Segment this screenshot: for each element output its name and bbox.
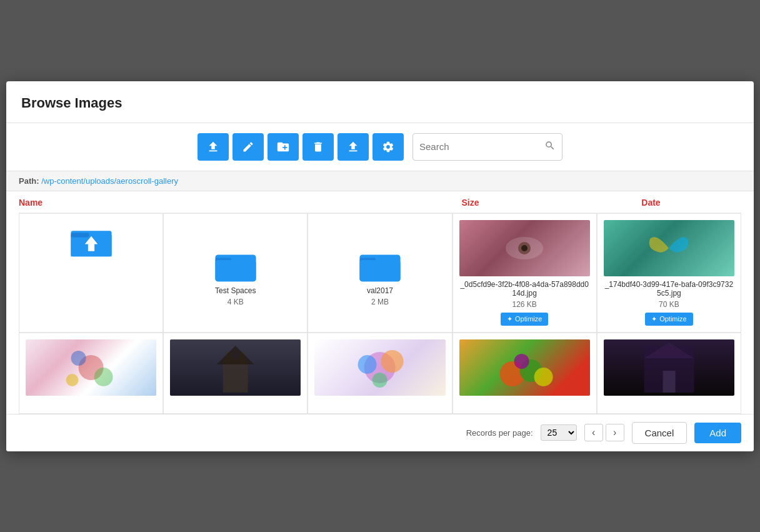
search-box xyxy=(412,133,562,161)
col-date: Date xyxy=(561,198,741,208)
item-name-test-spaces: Test Spaces xyxy=(215,286,256,295)
content-area: Name Size Date xyxy=(6,191,754,414)
cancel-button[interactable]: Cancel xyxy=(632,422,688,444)
svg-point-23 xyxy=(372,373,388,388)
svg-rect-5 xyxy=(215,260,256,281)
paint-splash-thumb xyxy=(26,339,156,396)
grid-item-upload-folder[interactable] xyxy=(19,213,163,333)
upload-folder-icon xyxy=(69,220,113,258)
optimize-btn-eye[interactable]: ✦ Optimize xyxy=(501,313,548,326)
upload-image-button[interactable] xyxy=(338,133,369,161)
table-header: Name Size Date xyxy=(19,191,741,213)
dialog-footer: Records per page: 25 50 100 ‹ › Cancel A… xyxy=(6,414,754,451)
search-input[interactable] xyxy=(419,141,544,152)
path-value[interactable]: /wp-content/uploads/aeroscroll-gallery xyxy=(41,176,178,186)
col-size: Size xyxy=(380,198,561,208)
delete-button[interactable] xyxy=(302,133,334,161)
edit-button[interactable] xyxy=(232,133,264,161)
grid-item-test-spaces[interactable]: Test Spaces 4 KB xyxy=(163,213,308,333)
svg-marker-19 xyxy=(217,346,254,364)
image-grid: Test Spaces 4 KB val2017 2 MB xyxy=(19,213,741,414)
optimize-icon-2: ✦ xyxy=(651,315,657,323)
svg-point-27 xyxy=(514,354,529,369)
svg-rect-1 xyxy=(71,233,89,237)
eye-image-thumb xyxy=(459,220,590,276)
svg-point-14 xyxy=(94,368,113,386)
grid-scroll[interactable]: Test Spaces 4 KB val2017 2 MB xyxy=(19,213,741,414)
item-name-eye: _0d5cfd9e-3f2b-4f08-a4da-57a898dd014d.jp… xyxy=(459,280,590,298)
item-size-butterfly: 70 KB xyxy=(659,300,679,309)
svg-point-13 xyxy=(71,351,86,366)
item-size-val2017: 2 MB xyxy=(371,298,389,306)
grid-item-fruits[interactable] xyxy=(452,333,597,414)
optimize-btn-butterfly[interactable]: ✦ Optimize xyxy=(645,313,692,326)
optimize-label-eye: Optimize xyxy=(515,315,542,323)
new-folder-button[interactable] xyxy=(268,133,299,161)
next-page-button[interactable]: › xyxy=(606,424,624,441)
records-per-page-label: Records per page: xyxy=(466,428,533,438)
svg-point-21 xyxy=(358,355,377,374)
item-name-val2017: val2017 xyxy=(367,286,393,295)
svg-point-11 xyxy=(521,245,528,251)
path-label: Path: xyxy=(19,176,39,186)
castle-thumb xyxy=(170,339,301,396)
item-name-butterfly: _174bdf40-3d99-417e-bafa-09f3c97325c5.jp… xyxy=(604,280,734,298)
grid-item-dark-interior[interactable] xyxy=(597,333,741,414)
add-button[interactable]: Add xyxy=(694,423,741,443)
upload-button[interactable] xyxy=(198,133,229,161)
grid-item-eye-image[interactable]: _0d5cfd9e-3f2b-4f08-a4da-57a898dd014d.jp… xyxy=(452,213,597,333)
page-navigation: ‹ › xyxy=(584,424,624,441)
grid-item-castle[interactable] xyxy=(163,333,308,414)
prev-page-button[interactable]: ‹ xyxy=(584,424,603,441)
records-per-page-select[interactable]: 25 50 100 xyxy=(541,424,577,441)
grid-item-paint-splash[interactable] xyxy=(19,333,163,414)
svg-point-15 xyxy=(66,374,79,386)
optimize-label-butterfly: Optimize xyxy=(659,315,686,323)
fruits-thumb xyxy=(459,339,590,396)
item-size-test-spaces: 4 KB xyxy=(228,298,244,306)
optimize-all-button[interactable] xyxy=(372,133,404,161)
svg-point-22 xyxy=(381,350,404,373)
svg-rect-30 xyxy=(662,371,675,393)
grid-item-color-explosion[interactable] xyxy=(308,333,452,414)
butterfly-image-thumb xyxy=(604,220,734,276)
toolbar xyxy=(6,123,754,171)
folder-icon xyxy=(214,245,258,283)
grid-item-val2017[interactable]: val2017 2 MB xyxy=(308,213,452,333)
dialog-header: Browse Images xyxy=(6,81,754,123)
path-bar: Path: /wp-content/uploads/aeroscroll-gal… xyxy=(6,171,754,191)
grid-item-butterfly-image[interactable]: _174bdf40-3d99-417e-bafa-09f3c97325c5.jp… xyxy=(597,213,741,333)
item-size-eye: 126 KB xyxy=(512,300,537,309)
browse-images-dialog: Browse Images Path: /wp- xyxy=(6,81,754,451)
svg-point-26 xyxy=(534,368,552,386)
optimize-icon: ✦ xyxy=(507,315,512,323)
col-name: Name xyxy=(19,198,380,208)
svg-rect-8 xyxy=(359,260,400,281)
dialog-title: Browse Images xyxy=(21,95,739,111)
folder-icon-2 xyxy=(358,245,402,283)
color-explosion-thumb xyxy=(314,339,445,396)
dark-interior-thumb xyxy=(604,339,734,396)
search-icon-button[interactable] xyxy=(544,140,556,154)
